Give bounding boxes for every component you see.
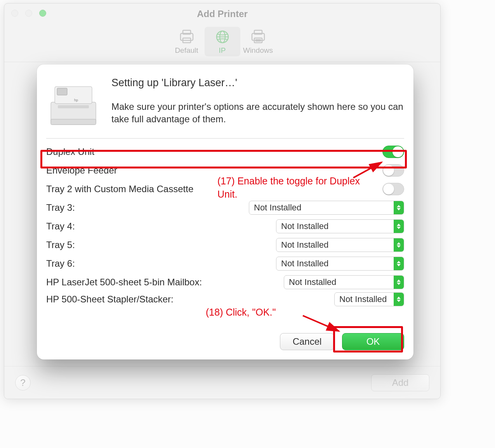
printer-win-icon (249, 29, 267, 45)
option-stapler: HP 500-Sheet Stapler/Stacker: Not Instal… (46, 292, 404, 307)
printer-options-sheet: hp Setting up 'Library Laser…' Make sure… (37, 64, 413, 359)
option-label: HP 500-Sheet Stapler/Stacker: (46, 294, 174, 305)
stepper-icon (394, 201, 404, 214)
select-value: Not Installed (281, 240, 328, 250)
option-tray3: Tray 3: Not Installed (46, 198, 404, 217)
help-button[interactable]: ? (15, 375, 31, 391)
option-tray5: Tray 5: Not Installed (46, 236, 404, 254)
arrow-icon (301, 313, 344, 336)
select-value: Not Installed (289, 277, 336, 287)
close-window-button[interactable] (11, 10, 18, 17)
sheet-description: Make sure your printer's options are acc… (111, 101, 404, 126)
select-value: Not Installed (281, 221, 328, 231)
annotation-box-ok (333, 326, 403, 352)
svg-rect-15 (58, 105, 89, 108)
svg-text:hp: hp (74, 98, 78, 102)
arrow-icon (351, 159, 386, 181)
option-tray6: Tray 6: Not Installed (46, 254, 404, 273)
option-label: Tray 3: (46, 202, 75, 213)
svg-line-17 (353, 162, 382, 178)
printer-image: hp (46, 77, 101, 131)
select-value: Not Installed (281, 259, 328, 269)
svg-line-18 (303, 316, 339, 331)
stapler-select[interactable]: Not Installed (334, 292, 404, 306)
tab-windows-label: Windows (243, 46, 273, 55)
svg-rect-14 (57, 88, 67, 95)
option-label: Tray 6: (46, 258, 75, 269)
stepper-icon (394, 276, 404, 289)
window-title: Add Printer (197, 9, 248, 19)
option-tray2-cassette: Tray 2 with Custom Media Cassette (46, 180, 404, 198)
option-label: Tray 4: (46, 221, 75, 232)
option-label: HP LaserJet 500-sheet 5-bin Mailbox: (46, 277, 202, 288)
stepper-icon (394, 257, 404, 270)
option-label: Tray 2 with Custom Media Cassette (46, 184, 193, 194)
select-value: Not Installed (254, 203, 301, 213)
tray4-select[interactable]: Not Installed (276, 219, 404, 233)
globe-icon (213, 29, 232, 45)
titlebar: Add Printer (4, 3, 440, 24)
printer-icon (177, 29, 196, 45)
option-tray4: Tray 4: Not Installed (46, 217, 404, 236)
tray6-select[interactable]: Not Installed (276, 257, 404, 271)
stepper-icon (394, 238, 404, 252)
tab-ip[interactable]: IP (205, 27, 240, 56)
add-button[interactable]: Add (371, 374, 429, 391)
toolbar: Default IP (4, 24, 440, 62)
tray3-select[interactable]: Not Installed (249, 201, 404, 215)
tab-ip-label: IP (219, 46, 226, 55)
tray2-cassette-toggle[interactable] (382, 183, 404, 195)
sheet-title: Setting up 'Library Laser…' (111, 77, 404, 89)
window-controls (11, 10, 46, 17)
select-value: Not Installed (339, 294, 387, 304)
stepper-icon (394, 220, 404, 233)
tray5-select[interactable]: Not Installed (276, 238, 404, 252)
option-label: Tray 5: (46, 240, 75, 250)
stepper-icon (394, 293, 404, 306)
tab-default[interactable]: Default (169, 27, 205, 56)
options-list: Duplex Unit Envelope Feeder Tray 2 with … (46, 142, 404, 326)
option-mailbox: HP LaserJet 500-sheet 5-bin Mailbox: Not… (46, 273, 404, 292)
mailbox-select[interactable]: Not Installed (284, 275, 404, 289)
zoom-window-button[interactable] (39, 10, 46, 17)
tab-default-label: Default (175, 46, 198, 55)
svg-rect-12 (51, 119, 96, 125)
minimize-window-button[interactable] (25, 10, 32, 17)
tab-windows[interactable]: Windows (240, 27, 276, 56)
bottom-bar: ? Add (4, 366, 440, 399)
